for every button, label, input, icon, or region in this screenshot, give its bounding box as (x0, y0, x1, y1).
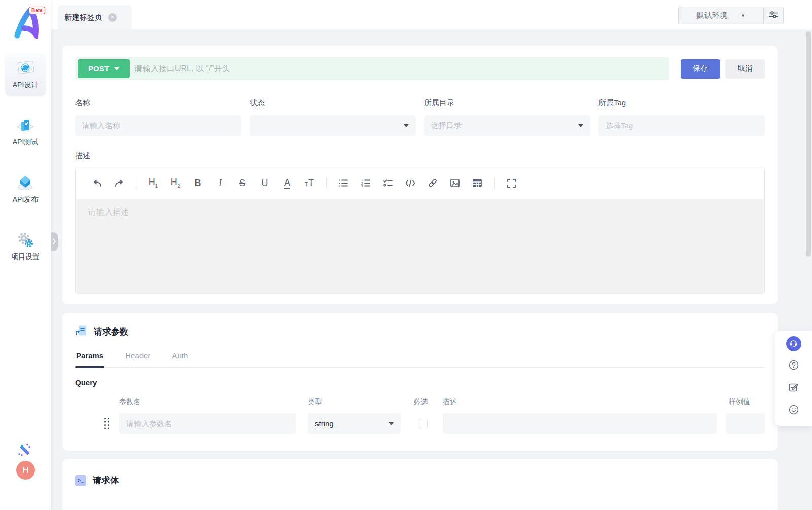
param-required-checkbox[interactable] (418, 419, 428, 428)
tag-label: 所属Tag (598, 98, 765, 108)
top-bar: 新建标签页 ✕ 默认环境 ▼ (51, 0, 812, 29)
name-label: 名称 (75, 98, 241, 108)
italic-icon[interactable]: I (211, 174, 229, 192)
chevron-down-icon (114, 67, 119, 70)
tag-field: 所属Tag (598, 98, 765, 136)
close-icon[interactable]: ✕ (108, 13, 117, 22)
ordered-list-icon[interactable]: 1 2 3 (357, 174, 374, 192)
feedback-form-button[interactable] (786, 381, 801, 396)
name-input-wrap (75, 115, 241, 136)
code-icon[interactable] (402, 174, 419, 192)
cancel-button[interactable]: 取消 (725, 59, 765, 79)
fullscreen-icon[interactable] (503, 174, 520, 192)
request-body-icon: >_ (75, 475, 86, 486)
status-label: 状态 (250, 98, 416, 108)
sidebar-item-project-settings[interactable]: 项目设置 (5, 226, 46, 268)
col-type: 类型 (308, 397, 322, 407)
vertical-scrollbar-thumb[interactable] (806, 31, 811, 257)
task-list-icon[interactable] (379, 174, 397, 192)
description-label: 描述 (75, 151, 765, 161)
request-params-title: 请求参数 (94, 326, 128, 338)
heading1-icon[interactable]: H1 (145, 174, 162, 192)
sliders-icon (768, 10, 779, 22)
sidebar-item-api-publish[interactable]: API发布 (5, 168, 46, 210)
query-group-label: Query (75, 378, 765, 387)
tab-header[interactable]: Header (125, 351, 150, 367)
param-row: string (75, 413, 765, 434)
heading2-icon[interactable]: H2 (167, 174, 184, 192)
save-button[interactable]: 保存 (681, 59, 720, 79)
tag-input[interactable] (606, 121, 758, 130)
name-input[interactable] (82, 121, 234, 130)
feedback-form-icon (788, 382, 799, 395)
editor-toolbar: H1 H2 B I S U A TT 1 (76, 167, 764, 199)
toolbar-divider (326, 177, 327, 189)
tag-input-wrap (598, 115, 765, 136)
param-example-input[interactable] (726, 413, 765, 434)
request-body-card: >_ 请求体 (62, 459, 778, 510)
method-select-button[interactable]: POST (78, 59, 130, 78)
smiley-icon (788, 404, 799, 417)
svg-text:3: 3 (361, 185, 363, 188)
sidebar-expand-handle[interactable] (51, 232, 58, 251)
directory-select[interactable]: 选择目录 (424, 115, 590, 136)
sidebar-item-label: API测试 (5, 138, 46, 147)
status-select[interactable] (250, 115, 416, 136)
url-input[interactable] (134, 64, 669, 74)
image-icon[interactable] (446, 174, 464, 192)
description-placeholder: 请输入描述 (88, 208, 129, 216)
api-test-icon (5, 117, 46, 135)
redo-icon[interactable] (111, 174, 128, 192)
tab-auth[interactable]: Auth (172, 351, 188, 367)
document-tab[interactable]: 新建标签页 ✕ (58, 5, 132, 29)
url-row: POST 保存 取消 (75, 57, 765, 80)
avatar[interactable]: H (16, 461, 35, 480)
underline-icon[interactable]: U (256, 174, 273, 192)
undo-icon[interactable] (88, 174, 105, 192)
magic-wand-icon[interactable] (0, 442, 51, 457)
font-color-icon[interactable]: A (278, 174, 296, 192)
param-name-input[interactable] (119, 413, 296, 434)
table-icon[interactable] (469, 174, 486, 192)
sidebar-item-label: 项目设置 (5, 252, 46, 262)
strikethrough-icon[interactable]: S (234, 174, 251, 192)
font-size-icon[interactable]: TT (301, 174, 318, 192)
chevron-down-icon (578, 124, 583, 127)
bold-icon[interactable]: B (189, 174, 206, 192)
environment-select[interactable]: 默认环境 ▼ (679, 7, 764, 24)
directory-label: 所属目录 (424, 98, 590, 108)
chevron-down-icon (404, 124, 409, 127)
environment-group: 默认环境 ▼ (678, 7, 784, 24)
sidebar-item-api-design[interactable]: API设计 (5, 54, 46, 96)
document-tab-label: 新建标签页 (64, 13, 102, 22)
col-description: 描述 (443, 397, 457, 407)
bullet-list-icon[interactable] (335, 174, 352, 192)
sidebar: Beta API设计 (0, 0, 51, 510)
directory-field: 所属目录 选择目录 (424, 98, 590, 136)
name-field: 名称 (75, 98, 241, 136)
meta-fields-row: 名称 状态 所属目录 选择目录 所属Tag (75, 98, 765, 136)
chevron-down-icon: ▼ (740, 13, 745, 18)
expand-chevron-icon (52, 237, 56, 246)
description-input[interactable]: 请输入描述 (76, 199, 764, 293)
method-label: POST (88, 64, 109, 73)
headset-icon (789, 339, 798, 349)
content-area: POST 保存 取消 名称 状态 (51, 29, 812, 510)
param-type-select[interactable]: string (308, 413, 401, 434)
api-design-icon (5, 59, 46, 78)
tab-params[interactable]: Params (76, 351, 103, 367)
sidebar-item-api-test[interactable]: API测试 (5, 111, 46, 153)
drag-handle-icon[interactable] (104, 417, 110, 432)
beta-badge: Beta (29, 7, 45, 14)
param-description-input[interactable] (443, 413, 717, 434)
api-basic-card: POST 保存 取消 名称 状态 (62, 46, 778, 304)
environment-settings-button[interactable] (764, 7, 783, 24)
link-icon[interactable] (424, 174, 441, 192)
directory-select-placeholder: 选择目录 (431, 121, 578, 130)
api-publish-icon (5, 174, 46, 192)
sidebar-item-label: API设计 (5, 81, 46, 90)
support-headset-button[interactable] (786, 336, 801, 351)
smiley-feedback-button[interactable] (786, 403, 801, 418)
toolbar-divider (136, 177, 136, 189)
help-button[interactable] (786, 358, 801, 374)
